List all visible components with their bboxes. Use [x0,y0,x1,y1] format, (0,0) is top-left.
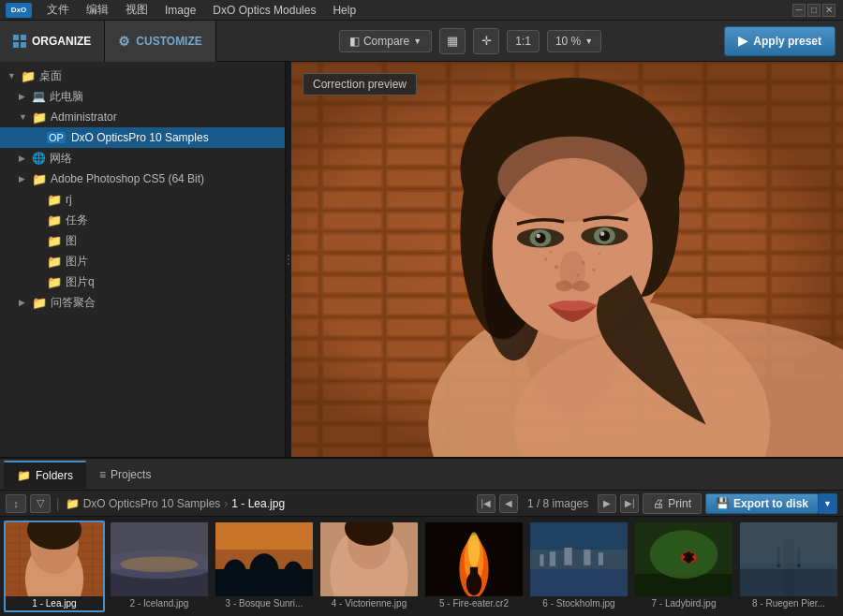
sidebar-item-tasks[interactable]: ▶ 📁 任务 [0,210,285,230]
sidebar-item-label: 问答聚合 [51,295,96,311]
svg-rect-71 [599,552,603,565]
maximize-button[interactable]: □ [807,4,821,17]
tab-folders-label: Folders [36,469,73,482]
export-button-group: 💾 Export to disk ▼ [705,493,837,514]
svg-point-31 [550,251,552,253]
correction-preview-badge: Correction preview [303,73,417,95]
image-count: 1 / 8 images [527,497,588,510]
sidebar-item-photoshop[interactable]: ▶ 📁 Adobe Photoshop CS5 (64 Bit) [0,169,285,189]
folder-icon: 📁 [32,296,47,310]
sidebar-item-label: 图 [66,233,77,249]
nav-next-icon: ▶ [603,498,611,508]
thumbnail-6[interactable]: 6 - Stockholm.jpg [528,521,629,612]
filter-button[interactable]: ▽ [30,494,51,513]
nav-last-icon: ▶| [625,498,635,508]
sidebar-item-administrator[interactable]: ▼ 📁 Administrator [0,107,285,127]
filter-icon: ▽ [37,497,44,509]
nav-last-button[interactable]: ▶| [620,494,639,513]
thumb-label-8: 8 - Ruegen Pier... [740,596,837,610]
thumbnail-8[interactable]: 8 - Ruegen Pier... [738,521,839,612]
sidebar-item-pictures-q[interactable]: ▶ 📁 图片q [0,271,285,292]
compare-label: Compare [363,35,409,48]
svg-rect-69 [564,548,571,565]
svg-point-32 [599,253,600,255]
thumb-image-7 [635,522,732,596]
customize-button[interactable]: ⚙ CUSTOMIZE [105,21,215,62]
sidebar-item-tu[interactable]: ▶ 📁 图 [0,230,285,251]
nav-next-button[interactable]: ▶ [598,494,616,513]
svg-point-23 [555,281,572,291]
move-tool-button[interactable]: ✛ [473,28,499,54]
breadcrumb-file[interactable]: 1 - Lea.jpg [231,497,285,510]
thumb-label-7: 7 - Ladybird.jpg [635,596,732,610]
svg-point-20 [536,234,540,239]
zoom-percent-control[interactable]: 10 % ▼ [547,30,601,52]
computer-icon: 💻 [32,90,46,103]
tab-projects[interactable]: ≡ Projects [86,461,164,489]
sidebar-item-qa[interactable]: ▶ 📁 问答聚合 [0,292,285,313]
organize-label: ORGANIZE [32,35,91,48]
thumb-label-2: 2 - Iceland.jpg [111,596,208,610]
sidebar-item-label: 任务 [66,213,88,228]
organize-button[interactable]: ORGANIZE [0,21,105,62]
svg-point-79 [683,558,686,561]
organize-grid-icon [13,35,26,48]
sidebar-item-thispc[interactable]: ▶ 💻 此电脑 [0,86,285,107]
arrow-icon: ▶ [19,298,28,307]
compare-icon: ◧ [349,35,360,48]
arrow-icon: ▶ [19,154,28,163]
sidebar-item-dxo-samples[interactable]: ▶ OP DxO OpticsPro 10 Samples [0,127,285,148]
svg-rect-67 [540,554,543,565]
sort-button[interactable]: ↕ [6,494,26,513]
breadcrumb-folder-icon: 📁 [66,497,80,510]
thumbnail-4[interactable]: 4 - Victorienne.jpg [318,521,420,612]
thumbnail-7[interactable]: 7 - Ladybird.jpg [633,521,734,612]
network-icon: 🌐 [32,152,46,165]
menu-edit[interactable]: 编辑 [79,0,116,20]
preview-area: Correction preview [291,62,843,457]
svg-point-30 [576,273,579,276]
export-to-disk-button[interactable]: 💾 Export to disk [705,493,819,514]
tab-folders[interactable]: 📁 Folders [4,461,86,489]
sidebar-item-pictures[interactable]: ▶ 📁 图片 [0,251,285,271]
nav-prev-button[interactable]: ◀ [499,494,518,513]
thumbnail-2[interactable]: 2 - Iceland.jpg [109,521,210,612]
menu-file[interactable]: 文件 [39,0,77,20]
customize-label: CUSTOMIZE [136,35,201,48]
compare-button[interactable]: ◧ Compare ▼ [339,30,432,52]
breadcrumb-separator: › [224,497,228,510]
arrow-icon: ▶ [19,174,28,183]
nav-first-button[interactable]: |◀ [477,494,495,513]
folder-icon: 📁 [47,255,62,269]
menu-view[interactable]: 视图 [118,0,155,20]
print-button[interactable]: 🖨 Print [643,493,702,514]
thumb-label-4: 4 - Victorienne.jpg [320,596,418,610]
menu-help[interactable]: Help [325,2,363,19]
svg-rect-87 [740,522,837,565]
svg-point-18 [535,232,545,242]
thumbnail-1[interactable]: 1 - Lea.jpg [4,521,105,612]
apply-preset-button[interactable]: ▶ Apply preset [724,26,836,56]
sidebar-item-label: 图片q [66,274,95,290]
menu-image[interactable]: Image [157,2,203,19]
histogram-button[interactable]: ▦ [439,28,466,54]
correction-preview-label: Correction preview [313,78,407,91]
zoom-percent-value: 10 % [555,35,581,48]
dxo-folder-icon: OP [47,132,66,143]
sidebar-item-label: 此电脑 [50,89,83,105]
export-dropdown-button[interactable]: ▼ [819,493,837,514]
minimize-button[interactable]: ─ [792,4,806,17]
thumbnail-5[interactable]: 5 - Fire-eater.cr2 [423,521,525,612]
thumb-image-2 [111,522,208,596]
sidebar-item-network[interactable]: ▶ 🌐 网络 [0,148,285,169]
sidebar-item-desktop[interactable]: ▼ 📁 桌面 [0,66,285,86]
apply-preset-label: Apply preset [753,35,821,48]
sidebar-item-label: 网络 [50,151,72,167]
breadcrumb-folder[interactable]: DxO OpticsPro 10 Samples [83,497,221,510]
thumbnail-3[interactable]: 3 - Bosque Sunri... [214,521,315,612]
thumb-label-6: 6 - Stockholm.jpg [530,596,628,610]
close-button[interactable]: ✕ [822,4,836,17]
export-icon: 💾 [716,497,730,510]
sidebar-item-rj[interactable]: ▶ 📁 rj [0,189,285,210]
menu-optics[interactable]: DxO Optics Modules [205,2,323,19]
